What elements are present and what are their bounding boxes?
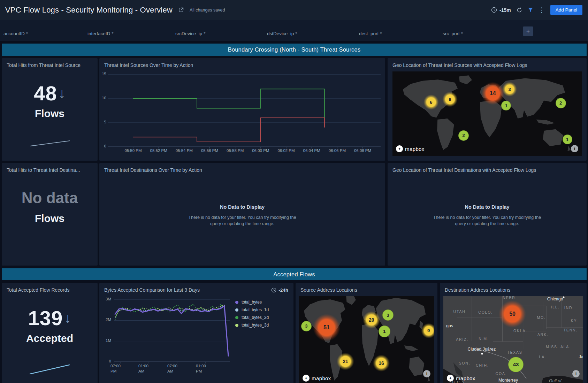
map-info-icon[interactable]: i — [572, 370, 580, 377]
mapbox-logo[interactable]: ✦ mapbox — [396, 145, 425, 152]
refresh-icon[interactable] — [516, 7, 522, 13]
map-label-ark-: ARK. — [537, 332, 549, 337]
map-bubble-50[interactable]: 50 — [495, 297, 530, 331]
map-label-b-c-s-: B.C.S. — [452, 380, 467, 383]
kpi-unit: Flows — [2, 213, 98, 224]
kpi-value: No data — [2, 186, 98, 210]
threat-sources-chart-canvas[interactable] — [99, 58, 385, 161]
map-label-ariz-: ARIZ. — [456, 337, 468, 342]
map-bubble-1[interactable]: 1 — [501, 101, 511, 110]
required-marker: * — [26, 31, 28, 37]
map-bubble-2[interactable]: 2 — [458, 130, 469, 141]
save-status: All changes saved — [190, 8, 225, 13]
kebab-menu-icon[interactable]: ⋮ — [539, 7, 545, 13]
filter-icon[interactable] — [528, 7, 533, 13]
map-label-ind-: IND. — [564, 306, 574, 310]
kpi-value: 48 ↓ — [2, 81, 98, 105]
map-label-mo-: MO. — [537, 315, 545, 320]
map-label-utah: UTAH — [453, 309, 466, 314]
panel-title: Total Hits from Threat Intel Source — [7, 62, 93, 68]
map-bubble-2[interactable]: 2 — [556, 98, 566, 108]
kpi-unit: Flows — [2, 108, 98, 120]
map-label-texas: TEXAS — [507, 350, 522, 354]
no-data-heading: No Data to Display — [99, 204, 385, 210]
panel-title: Threat Intel Destinations Over Time by A… — [104, 167, 380, 173]
panel-total-hits-threat-intel-destination: Total Hits to Threat Intel Destina... No… — [2, 163, 98, 266]
map-info-icon[interactable]: i — [423, 370, 430, 377]
map-label-ky-: KY. — [571, 319, 578, 323]
map-bubble-21[interactable]: 21 — [334, 350, 357, 373]
x-axis-label: 05:56 PM — [198, 148, 222, 153]
map-bubble-51[interactable]: 51 — [309, 310, 344, 345]
no-data-message: No Data to Display There is no data for … — [99, 204, 385, 227]
legend-dot — [235, 324, 238, 327]
map-label-ja: Ja — [579, 354, 583, 359]
share-icon[interactable] — [178, 7, 184, 13]
legend-item-total_bytes[interactable]: total_bytes — [235, 298, 269, 306]
trend-down-icon: ↓ — [64, 310, 71, 326]
map-label-n-m-: N.M. — [479, 337, 489, 341]
y-axis-label: 5 — [99, 120, 106, 124]
filter-input-dest_port[interactable] — [385, 30, 446, 37]
map-bubble-43[interactable]: 43 — [508, 357, 524, 372]
x-axis-label: 06:02 PM — [274, 148, 298, 153]
map-label-miss-: MISS. — [546, 345, 559, 349]
filter-label: accountID — [3, 31, 25, 37]
x-axis-label: 07:00 AM — [167, 363, 188, 374]
filter-field-src_port: src_port* — [443, 29, 513, 37]
panel-geo-threat-destinations: Geo Location of Threat Intel Destination… — [388, 163, 587, 266]
filter-label: interfaceID — [87, 31, 110, 37]
x-axis-label: 06:04 PM — [299, 148, 324, 153]
panel-total-accepted-flow-records: Total Accepted Flow Records 139 ↓ Accept… — [2, 283, 98, 383]
map-city-dot — [481, 353, 483, 354]
map-bubble-1[interactable]: 1 — [379, 325, 390, 337]
y-axis-label: 1M — [101, 338, 111, 343]
filter-label: dest_port — [359, 31, 379, 37]
x-axis-label: 05:54 PM — [172, 148, 196, 153]
y-axis-label: 15 — [99, 72, 106, 76]
x-axis-label: 05:58 PM — [223, 148, 247, 153]
world-map[interactable]: ✦ mapbox i 661431221 — [392, 71, 582, 156]
time-range-value[interactable]: -15m — [499, 7, 511, 13]
map-bubble-6[interactable]: 6 — [440, 90, 460, 109]
filter-label: src_port — [443, 31, 460, 37]
x-axis-label: 06:06 PM — [325, 148, 349, 153]
no-data-line1: There is no data for your filter. You ca… — [99, 214, 385, 221]
kpi-unit: Accepted — [2, 332, 98, 344]
kpi-number: 139 — [28, 306, 63, 330]
filter-input-accountID[interactable] — [31, 30, 92, 37]
y-axis-label: 0 — [101, 359, 111, 363]
map-bubble-1[interactable]: 1 — [563, 135, 572, 144]
clock-icon[interactable] — [491, 7, 497, 13]
filter-input-srcDevice_ip[interactable] — [209, 30, 270, 37]
filter-input-interfaceID[interactable] — [117, 30, 178, 37]
legend-item-total_bytes_3d[interactable]: total_bytes_3d — [235, 321, 269, 329]
no-data-message: No Data to Display There is no data for … — [388, 204, 587, 227]
add-panel-button[interactable]: Add Panel — [550, 5, 582, 15]
legend-item-total_bytes_2d[interactable]: total_bytes_2d — [235, 314, 269, 321]
map-bubble-6[interactable]: 6 — [421, 92, 441, 112]
no-data-heading: No Data to Display — [388, 204, 587, 210]
trend-down-icon: ↓ — [59, 85, 66, 101]
x-axis-label: 05:50 PM — [121, 148, 145, 153]
legend-label: total_bytes_2d — [242, 315, 269, 320]
kpi-sparkline — [28, 136, 73, 149]
legend-item-total_bytes_1d[interactable]: total_bytes_1d — [235, 306, 269, 314]
map-info-icon[interactable]: i — [571, 145, 578, 152]
y-axis-label: 3M — [101, 297, 111, 301]
map-label-ill-: ILL. — [551, 305, 559, 309]
panel-geo-threat-sources: Geo Location of Threat Intel Sources wit… — [388, 58, 587, 161]
filter-input-src_port[interactable] — [466, 30, 527, 37]
mapbox-wordmark: mapbox — [312, 375, 331, 381]
page-title: VPC Flow Logs - Security Monitoring - Ov… — [5, 6, 173, 15]
filter-bar: + accountID*interfaceID*srcDevice_ip*dst… — [0, 20, 588, 41]
us-region-map[interactable]: ✦ mapbox i 5043NEBR.ChicagoILL.IND.UTAHC… — [443, 296, 583, 383]
map-bubble-16[interactable]: 16 — [371, 352, 392, 374]
panel-destination-address-locations: Destination Address Locations ✦ mapbox i… — [440, 283, 587, 383]
map-bubble-3[interactable]: 3 — [500, 80, 519, 99]
filter-input-dstDevice_ip[interactable] — [300, 30, 362, 37]
x-axis-label: 01:00 PM — [195, 363, 216, 374]
world-map[interactable]: ✦ mapbox i 351203192116 — [299, 296, 434, 383]
map-bubble-3[interactable]: 3 — [382, 309, 394, 321]
mapbox-logo[interactable]: ✦ mapbox — [303, 375, 331, 382]
